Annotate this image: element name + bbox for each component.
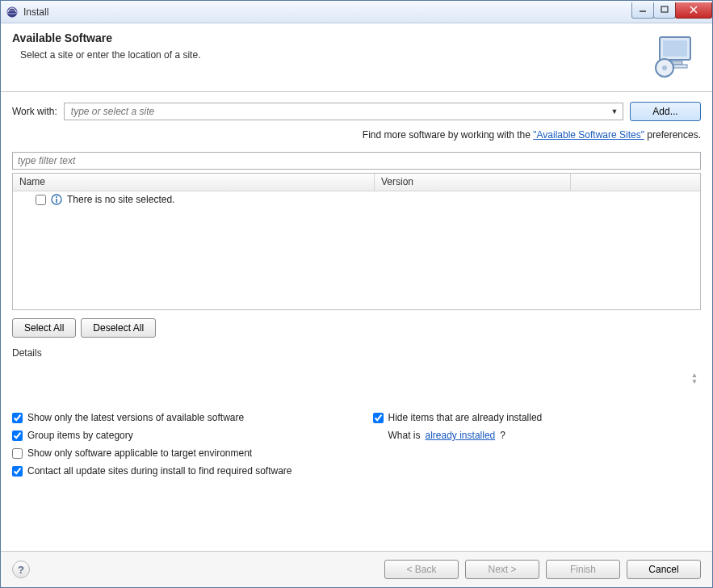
eclipse-icon [6,6,19,19]
banner-heading: Available Software [12,32,652,44]
svg-rect-7 [663,40,687,57]
svg-rect-3 [661,6,668,12]
content-area: Work with: ▼ Add... Find more software b… [1,92,712,551]
add-button[interactable]: Add... [630,102,701,121]
opt-contact[interactable]: Contact all update sites during install … [12,465,341,477]
whatis-line: What is already installed? [373,430,702,441]
chevron-down-icon[interactable]: ▼ [691,380,698,384]
select-all-button[interactable]: Select All [12,318,76,338]
whatis-suffix: ? [500,430,505,441]
svg-point-11 [662,65,667,70]
details-scroll[interactable]: ▲ ▼ [688,360,701,397]
deselect-all-button[interactable]: Deselect All [81,318,156,338]
options-left: Show only the latest versions of availab… [12,412,341,477]
workwith-input[interactable] [69,105,608,118]
details-area: ▲ ▼ [12,360,701,397]
banner-subtext: Select a site or enter the location of a… [20,49,652,61]
minimize-button[interactable] [631,2,654,19]
svg-point-13 [56,196,57,198]
opt-hide[interactable]: Hide items that are already installed [373,412,702,423]
whatis-prefix: What is [388,430,421,441]
available-sites-link[interactable]: "Available Software Sites" [533,129,644,141]
info-icon [51,194,62,205]
workwith-label: Work with: [12,106,57,117]
finish-button[interactable]: Finish [546,560,620,579]
footer: ? < Back Next > Finish Cancel [1,551,712,587]
options-grid: Show only the latest versions of availab… [12,412,701,477]
hint-prefix: Find more software by working with the [363,129,533,141]
opt-latest-checkbox[interactable] [12,413,23,423]
install-wizard-icon [652,32,701,80]
column-spacer [571,174,700,191]
opt-group[interactable]: Group items by category [12,430,341,441]
workwith-combo[interactable]: ▼ [64,103,623,120]
filter-input[interactable] [12,152,701,170]
hint-line: Find more software by working with the "… [12,129,701,141]
help-button[interactable]: ? [12,561,30,578]
table-row: There is no site selected. [13,191,700,208]
column-version[interactable]: Version [375,174,571,191]
table-header: Name Version [13,174,700,191]
opt-hide-checkbox[interactable] [373,413,384,423]
column-name[interactable]: Name [13,174,375,191]
svg-rect-14 [56,199,57,203]
workwith-row: Work with: ▼ Add... [12,102,701,121]
close-button[interactable] [675,2,712,19]
options-right: Hide items that are already installed Wh… [373,412,702,477]
table-body: There is no site selected. [13,191,700,309]
details-section: Details ▲ ▼ [12,347,701,397]
empty-message: There is no site selected. [67,194,174,205]
back-button[interactable]: < Back [384,560,459,579]
opt-contact-checkbox[interactable] [12,466,23,477]
opt-group-checkbox[interactable] [12,430,23,441]
hint-suffix: preferences. [644,129,701,141]
opt-latest[interactable]: Show only the latest versions of availab… [12,412,341,423]
window-controls [632,2,712,19]
wizard-banner: Available Software Select a site or ente… [1,23,712,92]
table-buttons: Select All Deselect All [12,318,701,338]
titlebar: Install [1,1,712,23]
cancel-button[interactable]: Cancel [627,560,701,579]
install-dialog: Install Available Software Select a site… [0,0,713,588]
opt-target[interactable]: Show only software applicable to target … [12,447,341,459]
dropdown-caret-icon[interactable]: ▼ [608,107,621,116]
wizard-buttons: < Back Next > Finish Cancel [384,560,701,579]
maximize-button[interactable] [653,2,676,19]
row-checkbox[interactable] [36,195,46,205]
details-label: Details [12,347,701,359]
next-button[interactable]: Next > [465,560,539,579]
opt-target-checkbox[interactable] [12,448,23,459]
software-table: Name Version There is no site selected. [12,173,701,310]
window-title: Install [23,6,632,18]
already-installed-link[interactable]: already installed [426,430,496,441]
